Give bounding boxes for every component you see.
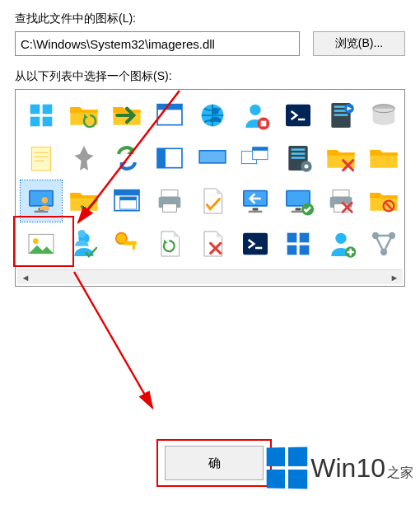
icon-list: ◄ ► [15,89,405,287]
svg-rect-73 [300,245,310,255]
svg-rect-71 [300,233,310,243]
icon-user-add[interactable] [320,223,362,264]
icon-network[interactable] [363,223,403,264]
svg-point-35 [305,165,309,169]
svg-rect-39 [35,211,49,213]
icon-folder-block[interactable] [363,180,403,222]
svg-rect-3 [43,117,53,127]
icon-server-media[interactable] [320,95,362,136]
select-icon-label: 从以下列表中选择一个图标(S): [15,69,405,84]
icon-users-check[interactable] [63,223,105,264]
icon-tiles[interactable] [21,95,62,136]
icon-folder-open[interactable] [106,95,147,136]
icon-folder-check[interactable] [63,180,105,222]
horizontal-scrollbar[interactable]: ◄ ► [17,269,403,284]
icon-windows[interactable] [106,180,147,222]
svg-rect-1 [43,105,53,115]
svg-point-65 [78,230,86,237]
svg-rect-44 [120,197,137,200]
svg-rect-57 [333,190,349,197]
icon-printer-delete[interactable] [320,180,362,222]
icon-refresh[interactable] [63,95,105,136]
icon-note[interactable] [21,138,62,179]
svg-point-8 [250,105,260,115]
svg-rect-51 [249,211,263,213]
icon-folder-delete[interactable] [320,138,362,179]
icon-path-input[interactable] [15,31,300,56]
svg-point-7 [212,108,219,115]
svg-rect-70 [287,233,297,243]
svg-rect-24 [157,148,166,167]
watermark-suffix: 之家 [387,465,413,482]
svg-rect-5 [157,105,182,110]
icon-pin[interactable] [63,138,105,179]
svg-rect-50 [253,208,259,210]
icon-multi-window[interactable] [235,138,276,179]
svg-rect-47 [163,203,177,212]
icon-monitor-ok[interactable] [278,180,319,222]
svg-rect-0 [30,105,40,115]
svg-rect-45 [161,190,178,197]
svg-rect-15 [334,114,348,116]
svg-rect-53 [287,191,310,205]
icon-user-stop[interactable] [235,95,276,136]
svg-rect-42 [114,190,139,196]
svg-rect-29 [253,147,268,151]
svg-rect-26 [200,152,225,162]
icon-file-check[interactable] [192,180,233,222]
svg-rect-10 [261,121,267,127]
svg-rect-54 [296,208,301,210]
svg-rect-19 [31,147,50,171]
find-icon-label: 查找此文件中的图标(L): [15,12,405,26]
icon-printer[interactable] [149,180,190,222]
icon-network-user[interactable] [192,95,233,136]
icon-file-rotate[interactable] [149,223,190,264]
svg-rect-67 [124,241,137,245]
icon-window[interactable] [149,95,190,136]
svg-point-40 [42,197,48,203]
browse-button[interactable]: 浏览(B)... [313,31,405,56]
ok-button[interactable]: 确 [165,446,264,480]
svg-point-74 [335,233,346,244]
svg-rect-37 [30,191,53,205]
icon-disk[interactable] [363,95,403,136]
watermark-brand: Win10 [310,453,385,484]
svg-rect-68 [133,245,135,250]
icon-monitor-arrow[interactable] [235,180,276,222]
scroll-left-icon[interactable]: ◄ [19,271,32,284]
svg-rect-31 [292,148,306,151]
svg-line-80 [74,272,152,408]
icon-desktop-wide[interactable] [192,138,233,179]
icon-tiles-blue[interactable] [278,223,319,264]
svg-rect-72 [287,245,297,255]
icon-picture[interactable] [21,223,62,264]
watermark: Win10之家 [266,447,413,489]
icon-folder-yellow[interactable] [363,138,403,179]
svg-point-63 [33,238,39,244]
icon-server-settings[interactable] [278,138,319,179]
icon-powershell2[interactable] [235,223,276,264]
icon-monitor-user[interactable] [21,180,62,222]
svg-rect-2 [30,117,40,127]
icon-layout[interactable] [149,138,190,179]
svg-rect-32 [292,152,306,155]
icon-file-delete[interactable] [192,223,233,264]
scroll-right-icon[interactable]: ► [388,271,401,284]
icon-key[interactable] [106,223,147,264]
icon-arrows-sync[interactable] [106,138,147,179]
svg-rect-33 [292,157,306,159]
icon-powershell[interactable] [278,95,319,136]
windows-logo-icon [267,447,308,489]
